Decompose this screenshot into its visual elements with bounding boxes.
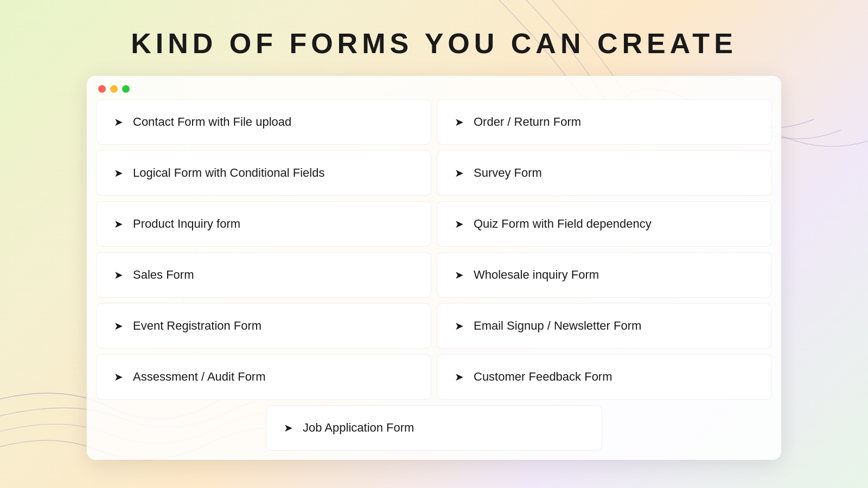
dot-green[interactable] <box>122 85 130 93</box>
job-application-form[interactable]: ➤Job Application Form <box>266 405 602 451</box>
sales-form[interactable]: ➤Sales Form <box>96 252 431 298</box>
quiz-form[interactable]: ➤Quiz Form with Field dependency <box>437 201 772 247</box>
form-label-logical-form: Logical Form with Conditional Fields <box>133 166 324 180</box>
arrow-icon-quiz-form: ➤ <box>455 217 464 230</box>
order-return-form[interactable]: ➤Order / Return Form <box>437 99 772 145</box>
form-label-customer-feedback-form: Customer Feedback Form <box>474 370 612 384</box>
product-inquiry-form[interactable]: ➤Product Inquiry form <box>96 201 431 247</box>
browser-bar <box>87 76 781 99</box>
arrow-icon-job-application-form: ➤ <box>284 421 293 434</box>
arrow-icon-survey-form: ➤ <box>455 166 464 179</box>
arrow-icon-email-signup-form: ➤ <box>455 319 464 332</box>
arrow-icon-assessment-form: ➤ <box>114 370 123 383</box>
page-title: KIND OF FORMS YOU CAN CREATE <box>0 0 868 60</box>
arrow-icon-customer-feedback-form: ➤ <box>455 370 464 383</box>
form-label-order-return-form: Order / Return Form <box>474 115 581 129</box>
dot-yellow[interactable] <box>110 85 118 93</box>
form-label-email-signup-form: Email Signup / Newsletter Form <box>474 319 641 333</box>
form-label-product-inquiry-form: Product Inquiry form <box>133 217 240 231</box>
form-label-survey-form: Survey Form <box>474 166 542 180</box>
arrow-icon-event-registration-form: ➤ <box>114 319 123 332</box>
wholesale-form[interactable]: ➤Wholesale inquiry Form <box>437 252 772 298</box>
arrow-icon-contact-form: ➤ <box>114 115 123 129</box>
arrow-icon-sales-form: ➤ <box>114 268 123 281</box>
form-label-event-registration-form: Event Registration Form <box>133 319 261 333</box>
form-label-job-application-form: Job Application Form <box>303 421 414 435</box>
form-label-assessment-form: Assessment / Audit Form <box>133 370 266 384</box>
customer-feedback-form[interactable]: ➤Customer Feedback Form <box>437 354 772 400</box>
assessment-form[interactable]: ➤Assessment / Audit Form <box>96 354 431 400</box>
arrow-icon-logical-form: ➤ <box>114 166 123 179</box>
form-label-quiz-form: Quiz Form with Field dependency <box>474 217 652 231</box>
forms-grid: ➤Contact Form with File upload➤Order / R… <box>87 99 781 400</box>
form-label-contact-form: Contact Form with File upload <box>133 115 291 129</box>
event-registration-form[interactable]: ➤Event Registration Form <box>96 303 431 349</box>
form-label-wholesale-form: Wholesale inquiry Form <box>474 268 599 282</box>
arrow-icon-product-inquiry-form: ➤ <box>114 217 123 230</box>
bottom-row: ➤Job Application Form <box>87 405 781 451</box>
logical-form[interactable]: ➤Logical Form with Conditional Fields <box>96 150 431 196</box>
browser-window: ➤Contact Form with File upload➤Order / R… <box>87 76 781 460</box>
form-label-sales-form: Sales Form <box>133 268 194 282</box>
dot-red[interactable] <box>98 85 106 93</box>
arrow-icon-order-return-form: ➤ <box>455 115 464 129</box>
survey-form[interactable]: ➤Survey Form <box>437 150 772 196</box>
contact-form[interactable]: ➤Contact Form with File upload <box>96 99 431 145</box>
arrow-icon-wholesale-form: ➤ <box>455 268 464 281</box>
email-signup-form[interactable]: ➤Email Signup / Newsletter Form <box>437 303 772 349</box>
